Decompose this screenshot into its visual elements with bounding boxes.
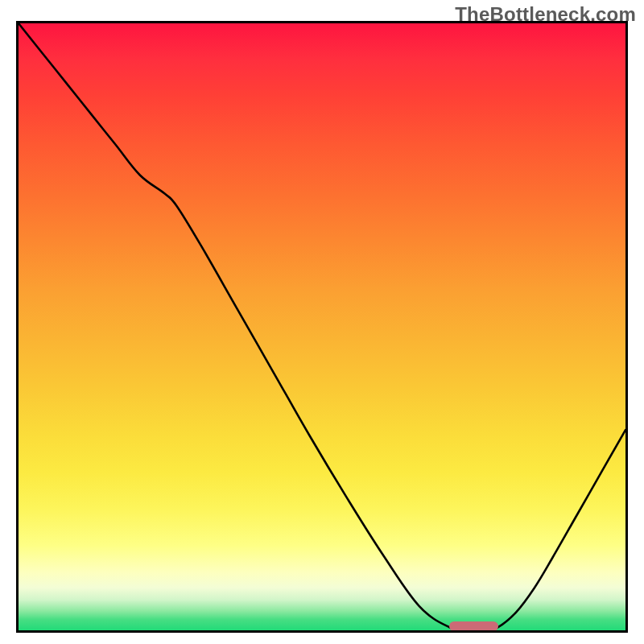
optimal-range-marker xyxy=(449,621,497,631)
curve-line xyxy=(19,23,625,630)
chart-plot-area xyxy=(16,21,628,633)
bottleneck-curve xyxy=(19,23,625,630)
chart-container: TheBottleneck.com xyxy=(0,0,644,644)
